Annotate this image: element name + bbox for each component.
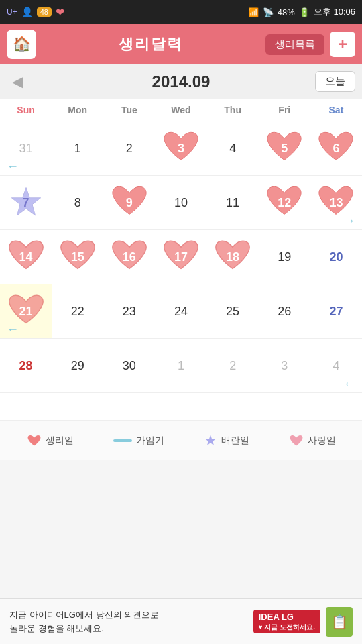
nav-center: ◀ 2014.09 ▶ <box>0 72 362 91</box>
day-12[interactable]: 12 <box>259 176 310 229</box>
ad-banner[interactable]: 지금 아이디어LG에서 당신의 의견으로 놀라운 경험을 해보세요. IDEA … <box>0 598 362 644</box>
today-button[interactable]: 오늘 <box>315 71 355 92</box>
day-30[interactable]: 30 <box>103 339 155 392</box>
legend-fertile-label: 가임기 <box>136 435 164 447</box>
weekday-tue: Tue <box>103 99 155 121</box>
signal-icon: 📡 <box>263 7 274 17</box>
year-month-display: 2014.09 <box>36 72 326 91</box>
legend-ovulation: 배란일 <box>204 434 249 447</box>
app-title: 생리달력 <box>119 34 183 54</box>
legend-fertile: 가임기 <box>113 435 164 447</box>
home-button[interactable]: 🏠 <box>7 30 36 59</box>
legend-love: 사랑일 <box>289 434 336 447</box>
spacer <box>0 393 362 420</box>
status-icon-48: 48 <box>37 7 52 17</box>
status-icon-person: 👤 <box>21 7 33 17</box>
day-10[interactable]: 10 <box>155 176 206 229</box>
day-17[interactable]: 17 <box>155 230 206 284</box>
calendar: Sun Mon Tue Wed Thu Fri Sat 31 1 2 3 4 <box>0 99 362 393</box>
week1-arrow: ← <box>7 160 19 174</box>
wifi-icon: 📶 <box>248 7 259 17</box>
prev-month-button[interactable]: ◀ <box>0 73 36 91</box>
time-text: 오후 10:06 <box>314 6 355 18</box>
status-left: U+ 👤 48 ❤ <box>7 6 64 19</box>
day-25[interactable]: 25 <box>207 284 259 338</box>
legend-period-label: 생리일 <box>46 435 74 447</box>
calendar-week-5: 28 29 30 1 2 3 4 ← <box>0 339 362 393</box>
day-13[interactable]: 13 <box>310 176 362 229</box>
legend-line-icon <box>113 439 132 442</box>
day-15[interactable]: 15 <box>52 230 103 284</box>
day-4[interactable]: 4 <box>207 121 259 175</box>
header-actions: 생리목록 + <box>265 32 355 57</box>
day-26[interactable]: 26 <box>259 284 310 338</box>
nav-bar: ◀ 2014.09 ▶ 오늘 <box>0 64 362 99</box>
svg-marker-1 <box>205 435 216 445</box>
day-28[interactable]: 28 <box>0 339 52 392</box>
ad-logo-text: IDEA LG ♥ 지금 도전하세요. <box>253 610 320 634</box>
day-19[interactable]: 19 <box>259 230 310 284</box>
day-3[interactable]: 3 <box>155 121 206 175</box>
status-icon-heart: ❤ <box>56 6 64 19</box>
day-24[interactable]: 24 <box>155 284 206 338</box>
day-oct3[interactable]: 3 <box>259 339 310 392</box>
day-oct1[interactable]: 1 <box>155 339 206 392</box>
day-20[interactable]: 20 <box>310 230 362 284</box>
calendar-week-2: 7 8 9 10 11 12 13 → <box>0 176 362 230</box>
app-header: 🏠 생리달력 생리목록 + <box>0 24 362 64</box>
ad-app-icon: 📋 <box>326 607 353 637</box>
day-2[interactable]: 2 <box>103 121 155 175</box>
status-icon-u: U+ <box>7 7 17 17</box>
legend-ovulation-label: 배란일 <box>221 435 249 447</box>
day-18[interactable]: 18 <box>207 230 259 284</box>
week5-arrow: ← <box>343 377 355 391</box>
day-21-today[interactable]: 21 <box>0 284 52 338</box>
calendar-header: Sun Mon Tue Wed Thu Fri Sat <box>0 99 362 121</box>
weekday-fri: Fri <box>259 99 310 121</box>
day-27[interactable]: 27 <box>310 284 362 338</box>
day-22[interactable]: 22 <box>52 284 103 338</box>
day-7[interactable]: 7 <box>0 176 52 229</box>
legend-period: 생리일 <box>27 434 74 447</box>
day-11[interactable]: 11 <box>207 176 259 229</box>
legend-love-icon <box>289 434 304 447</box>
day-oct2[interactable]: 2 <box>207 339 259 392</box>
day-9[interactable]: 9 <box>103 176 155 229</box>
weekday-wed: Wed <box>155 99 206 121</box>
weekday-sat: Sat <box>310 99 362 121</box>
calendar-week-4: 21 22 23 24 25 26 27 ← <box>0 284 362 339</box>
day-23[interactable]: 23 <box>103 284 155 338</box>
add-button[interactable]: + <box>330 32 355 57</box>
battery-text: 48% <box>278 7 295 17</box>
day-29[interactable]: 29 <box>52 339 103 392</box>
day-1[interactable]: 1 <box>52 121 103 175</box>
calendar-legend: 생리일 가임기 배란일 사랑일 <box>0 420 362 460</box>
status-bar: U+ 👤 48 ❤ 📶 📡 48% 🔋 오후 10:06 <box>0 0 362 24</box>
legend-star-icon <box>204 434 217 447</box>
day-5[interactable]: 5 <box>259 121 310 175</box>
day-14[interactable]: 14 <box>0 230 52 284</box>
weekday-sun: Sun <box>0 99 52 121</box>
weekday-mon: Mon <box>52 99 103 121</box>
ad-logo: IDEA LG ♥ 지금 도전하세요. 📋 <box>253 607 353 637</box>
home-icon: 🏠 <box>13 36 31 53</box>
day-6[interactable]: 6 <box>310 121 362 175</box>
status-right: 📶 📡 48% 🔋 오후 10:06 <box>248 6 355 18</box>
legend-heart-icon <box>27 434 42 447</box>
ad-text: 지금 아이디어LG에서 당신의 의견으로 놀라운 경험을 해보세요. <box>9 608 247 635</box>
day-16[interactable]: 16 <box>103 230 155 284</box>
legend-love-label: 사랑일 <box>308 435 336 447</box>
calendar-week-1: 31 1 2 3 4 5 6 ← <box>0 121 362 176</box>
battery-icon: 🔋 <box>299 7 310 17</box>
day-8[interactable]: 8 <box>52 176 103 229</box>
weekday-thu: Thu <box>207 99 259 121</box>
calendar-week-3: 14 15 16 17 18 19 <box>0 230 362 284</box>
list-button[interactable]: 생리목록 <box>265 34 324 55</box>
